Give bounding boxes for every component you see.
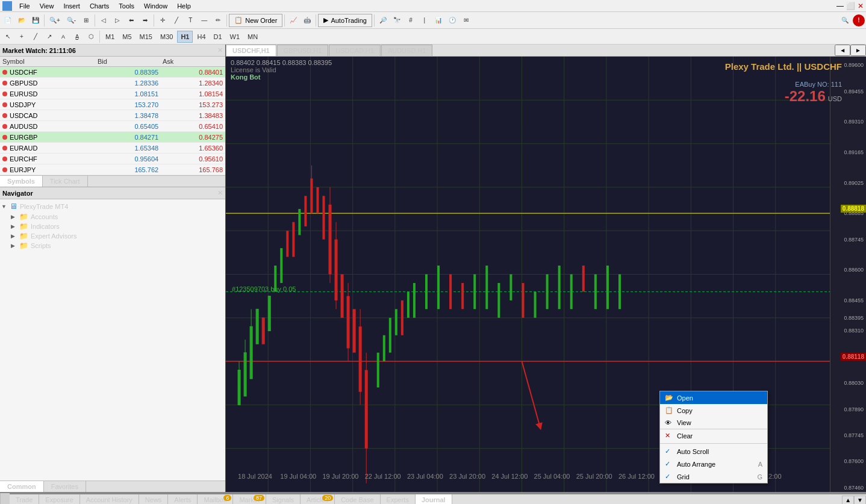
chart-canvas[interactable]: 18 Jul 2024 19 Jul 04:00 19 Jul 20:00 22… — [226, 57, 866, 492]
line2-btn[interactable]: ╱ — [29, 30, 42, 43]
chart-zoom-out-btn[interactable]: 🔭 — [390, 14, 403, 27]
ea-btn[interactable]: 🤖 — [301, 14, 314, 27]
period-w1[interactable]: W1 — [226, 31, 244, 43]
hline-btn[interactable]: — — [198, 14, 211, 27]
chart-tab-usdchf[interactable]: USDCHF,H1 — [226, 45, 276, 56]
mw-row-usdchf[interactable]: USDCHF 0.88395 0.88401 — [0, 67, 225, 78]
ctx-copy[interactable]: 📋 Copy — [660, 404, 767, 417]
minimize-btn[interactable]: — — [836, 2, 844, 10]
nav-scripts[interactable]: ▶ 📁 Scripts — [1, 241, 224, 250]
scroll-right-btn[interactable]: ➡ — [139, 14, 152, 27]
mw-row-audusd[interactable]: AUDUSD 0.65405 0.65410 — [0, 121, 225, 132]
mw-row-gbpusd[interactable]: GBPUSD 1.28336 1.28340 — [0, 78, 225, 89]
chart-scroll-left-btn[interactable]: ◄ — [835, 45, 850, 56]
close-btn[interactable]: ✕ — [858, 2, 864, 10]
forward-btn[interactable]: ▷ — [111, 14, 124, 27]
text2-btn[interactable]: A̲ — [70, 30, 84, 43]
new-order-btn[interactable]: 📋 New Order — [229, 14, 282, 27]
ctx-view[interactable]: 👁 View — [660, 417, 767, 429]
mw-row-eurchf[interactable]: EURCHF 0.95604 0.95610 — [0, 154, 225, 164]
shape-btn[interactable]: ⬡ — [84, 30, 98, 43]
period-d1[interactable]: D1 — [210, 31, 226, 43]
edit-btn[interactable]: A — [57, 30, 70, 43]
mw-row-eurjpy[interactable]: EURJPY 165.762 165.768 — [0, 164, 225, 175]
period-sep-btn[interactable]: | — [418, 14, 431, 27]
clock-btn[interactable]: 🕐 — [446, 14, 459, 27]
mw-close-btn[interactable]: ✕ — [217, 46, 223, 54]
menu-window[interactable]: Window — [139, 1, 172, 11]
term-tab-news[interactable]: News — [139, 494, 169, 504]
period-h4[interactable]: H4 — [193, 31, 209, 43]
chart-tab-gbpusd[interactable]: GBPUSD,H1 — [277, 45, 329, 56]
line-btn[interactable]: ╱ — [170, 14, 183, 27]
maximize-btn[interactable]: ⬜ — [846, 2, 855, 10]
chart-scroll-right-btn[interactable]: ► — [850, 45, 866, 56]
grid-btn[interactable]: # — [404, 14, 417, 27]
autotrading-btn[interactable]: ▶ AutoTrading — [318, 14, 372, 27]
mw-row-eurgbp[interactable]: EURGBP 0.84271 0.84275 — [0, 132, 225, 143]
save-btn[interactable]: 💾 — [29, 14, 42, 27]
common-tab[interactable]: Common — [0, 481, 44, 492]
term-scroll-down-btn[interactable]: ▼ — [854, 496, 866, 505]
menu-insert[interactable]: Insert — [58, 1, 85, 11]
scroll-left-btn[interactable]: ⬅ — [125, 14, 138, 27]
draw-btn[interactable]: ✏ — [211, 14, 225, 27]
term-tab-exposure[interactable]: Exposure — [39, 494, 79, 504]
back-btn[interactable]: ◁ — [97, 14, 110, 27]
menu-help[interactable]: Help — [172, 1, 196, 11]
chart-tab-audusd[interactable]: AUDUSD,H1 — [381, 45, 433, 56]
nav-expert-advisors[interactable]: ▶ 📁 Expert Advisors — [1, 231, 224, 241]
period-m1[interactable]: M1 — [102, 31, 118, 43]
ctx-auto-arrange[interactable]: ✓ Auto Arrange A — [660, 458, 767, 470]
term-tab-journal[interactable]: Journal — [416, 494, 452, 504]
ctx-clear[interactable]: ✕ Clear — [660, 429, 767, 442]
period-m30[interactable]: M30 — [157, 31, 176, 43]
mw-row-euraud[interactable]: EURAUD 1.65348 1.65360 — [0, 143, 225, 154]
mw-tab-tick-chart[interactable]: Tick Chart — [43, 176, 88, 187]
term-tab-account-history[interactable]: Account History — [80, 494, 139, 504]
terminal-side-label[interactable]: Terminal — [0, 493, 10, 504]
text-btn[interactable]: T — [184, 14, 197, 27]
mw-row-usdjpy[interactable]: USDJPY 153.270 153.273 — [0, 99, 225, 110]
term-tab-experts[interactable]: Experts — [381, 494, 416, 504]
term-tab-signals[interactable]: Signals — [266, 494, 301, 504]
crosshair-btn[interactable]: ✛ — [156, 14, 169, 27]
chart-tab-usdcad[interactable]: USDCAD,H1 — [329, 45, 381, 56]
menu-file[interactable]: File — [14, 1, 35, 11]
menu-charts[interactable]: Charts — [85, 1, 114, 11]
zoom-in-btn[interactable]: 🔍+ — [46, 14, 63, 27]
zoom-fit-btn[interactable]: ⊞ — [79, 14, 93, 27]
term-tab-codebase[interactable]: Code Base — [335, 494, 380, 504]
nav-close-btn[interactable]: ✕ — [217, 189, 223, 197]
ctx-auto-scroll[interactable]: ✓ Auto Scroll — [660, 445, 767, 458]
term-tab-alerts[interactable]: Alerts — [168, 494, 198, 504]
period-m5[interactable]: M5 — [119, 31, 135, 43]
term-tab-trade[interactable]: Trade — [10, 494, 39, 504]
cursor-btn[interactable]: ↖ — [1, 30, 14, 43]
zoom-out-btn[interactable]: 🔍- — [64, 14, 79, 27]
period-m15[interactable]: M15 — [136, 31, 156, 43]
nav-accounts[interactable]: ▶ 📁 Accounts — [1, 212, 224, 222]
arrow-btn[interactable]: ↗ — [43, 30, 56, 43]
search-btn[interactable]: 🔍 — [838, 14, 852, 27]
mw-row-usdcad[interactable]: USDCAD 1.38478 1.38483 — [0, 110, 225, 121]
menu-view[interactable]: View — [35, 1, 59, 11]
term-scroll-up-btn[interactable]: ▲ — [842, 496, 854, 505]
period-mn[interactable]: MN — [244, 31, 261, 43]
mail-btn[interactable]: ✉ — [459, 14, 473, 27]
ctx-grid[interactable]: ✓ Grid G — [660, 470, 767, 483]
indicator-btn[interactable]: 📈 — [287, 14, 300, 27]
term-tab-mailbox[interactable]: Mailbox6 — [198, 494, 233, 504]
crosshair2-btn[interactable]: + — [15, 30, 28, 43]
nav-indicators[interactable]: ▶ 📁 Indicators — [1, 222, 224, 231]
mw-row-eurusd[interactable]: EURUSD 1.08151 1.08154 — [0, 89, 225, 99]
term-tab-market[interactable]: Market87 — [233, 494, 266, 504]
open-btn[interactable]: 📂 — [15, 14, 28, 27]
chart-type-btn[interactable]: 📊 — [432, 14, 445, 27]
menu-tools[interactable]: Tools — [114, 1, 139, 11]
favorites-tab[interactable]: Favorites — [44, 481, 86, 492]
notification-btn[interactable]: ! — [853, 14, 865, 26]
ctx-open[interactable]: 📂 Open — [660, 391, 767, 404]
mw-tab-symbols[interactable]: Symbols — [0, 176, 43, 187]
period-h1[interactable]: H1 — [177, 31, 193, 43]
